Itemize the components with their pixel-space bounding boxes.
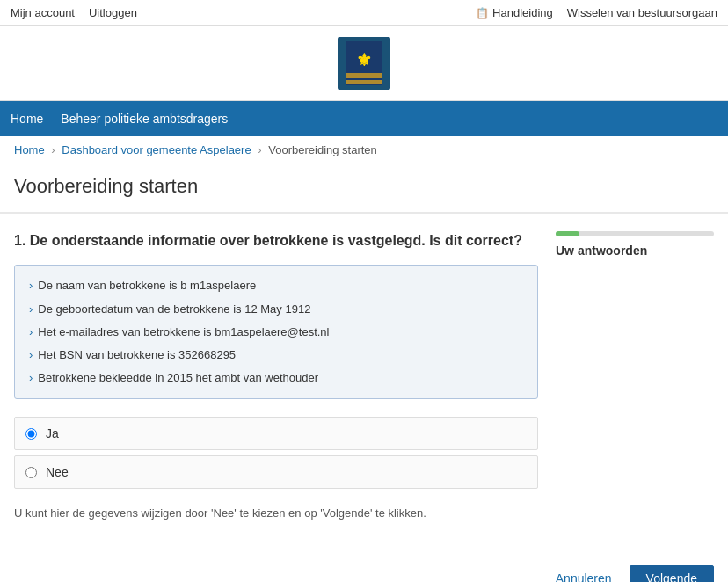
my-account-link[interactable]: Mijn account <box>11 6 75 19</box>
main-content: 1. De onderstaande informatie over betro… <box>14 231 538 541</box>
breadcrumb-sep2: › <box>258 143 261 156</box>
progress-bar-bg <box>556 231 714 236</box>
radio-ja[interactable] <box>25 428 37 440</box>
uw-antwoorden-title: Uw antwoorden <box>556 244 714 258</box>
breadcrumb: Home › Dashboard voor gemeente Aspelaere… <box>0 136 728 164</box>
blue-navigation: Home Beheer politieke ambtsdragers <box>0 101 728 136</box>
breadcrumb-current: Voorbereiding starten <box>268 143 377 156</box>
nav-beheer[interactable]: Beheer politieke ambtsdragers <box>61 103 242 135</box>
handleiding-link[interactable]: 📋 Handleiding <box>476 6 553 19</box>
list-item: › Het e-mailadres van betrokkene is bm1a… <box>29 324 523 340</box>
info-text-1: De naam van betrokkene is b m1aspelaere <box>38 278 256 294</box>
question-text: De onderstaande informatie over betrokke… <box>30 233 522 248</box>
page-title: Voorbereiding starten <box>14 175 714 198</box>
breadcrumb-home[interactable]: Home <box>14 143 45 156</box>
svg-rect-3 <box>346 80 382 84</box>
arrow-icon-2: › <box>29 302 33 317</box>
question-number: 1. <box>14 233 25 248</box>
book-icon: 📋 <box>476 7 489 19</box>
radio-ja-label: Ja <box>46 426 59 440</box>
info-text-4: Het BSN van betrokkene is 352668295 <box>38 347 236 363</box>
radio-nee[interactable] <box>25 467 37 478</box>
list-item: › Het BSN van betrokkene is 352668295 <box>29 347 523 363</box>
breadcrumb-sep1: › <box>51 143 55 156</box>
top-navigation: Mijn account Uitloggen 📋 Handleiding Wis… <box>0 0 728 26</box>
arrow-icon-3: › <box>29 324 33 340</box>
page-title-area: Voorbereiding starten <box>0 164 728 214</box>
crest-svg: ⚜ <box>346 41 382 85</box>
radio-group: Ja Nee <box>14 417 538 489</box>
nav-home[interactable]: Home <box>11 103 57 135</box>
logout-link[interactable]: Uitloggen <box>89 6 137 19</box>
radio-nee-label: Nee <box>46 465 69 479</box>
action-buttons: Annuleren Volgende <box>0 558 728 582</box>
help-text: U kunt hier de gegevens wijzigen door 'N… <box>14 506 538 520</box>
progress-bar-fill <box>556 231 579 236</box>
svg-text:⚜: ⚜ <box>356 50 372 69</box>
breadcrumb-dashboard[interactable]: Dashboard voor gemeente Aspelaere <box>62 143 251 156</box>
radio-option-ja[interactable]: Ja <box>14 417 538 450</box>
question-title: 1. De onderstaande informatie over betro… <box>14 231 538 251</box>
next-button[interactable]: Volgende <box>630 565 714 582</box>
arrow-icon-5: › <box>29 370 33 386</box>
top-nav-left: Mijn account Uitloggen <box>11 6 137 19</box>
government-crest: ⚜ <box>338 37 390 90</box>
radio-option-nee[interactable]: Nee <box>14 455 538 489</box>
logo-area: ⚜ <box>0 26 728 101</box>
progress-bar-container <box>556 231 714 236</box>
list-item: › De naam van betrokkene is b m1aspelaer… <box>29 278 523 294</box>
svg-rect-2 <box>346 73 382 78</box>
info-text-5: Betrokkene bekleedde in 2015 het ambt va… <box>38 370 318 386</box>
content-body: 1. De onderstaande informatie over betro… <box>0 214 728 558</box>
list-item: › Betrokkene bekleedde in 2015 het ambt … <box>29 370 523 386</box>
cancel-button[interactable]: Annuleren <box>549 566 619 582</box>
info-text-3: Het e-mailadres van betrokkene is bm1asp… <box>38 324 329 340</box>
info-text-2: De geboortedatum van de betrokkene is 12… <box>38 302 310 317</box>
right-panel: Uw antwoorden <box>556 231 714 541</box>
arrow-icon-4: › <box>29 347 33 363</box>
main-wrapper: Home › Dashboard voor gemeente Aspelaere… <box>0 136 728 582</box>
arrow-icon-1: › <box>29 278 33 294</box>
list-item: › De geboortedatum van de betrokkene is … <box>29 302 523 317</box>
wisselen-link[interactable]: Wisselen van bestuursorgaan <box>567 6 717 19</box>
info-box: › De naam van betrokkene is b m1aspelaer… <box>14 265 538 399</box>
top-nav-right: 📋 Handleiding Wisselen van bestuursorgaa… <box>476 6 717 19</box>
